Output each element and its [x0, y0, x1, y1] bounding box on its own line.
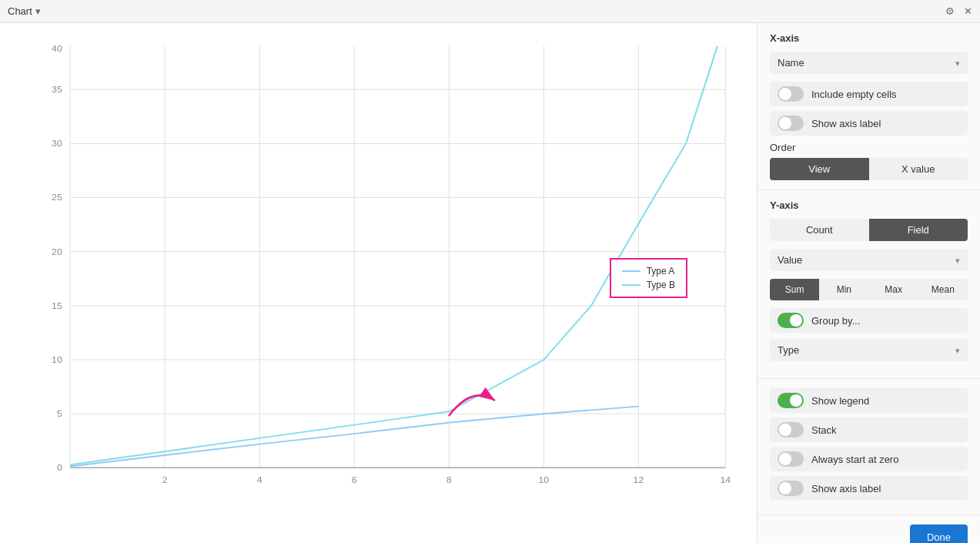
- y-show-axis-label-row: Show axis label: [770, 476, 968, 501]
- main-content: 0 5 10 15 20 25 30 35 40 2 4 6 8 10 12 1…: [0, 23, 980, 543]
- svg-text:12: 12: [634, 474, 644, 485]
- chart-area: 0 5 10 15 20 25 30 35 40 2 4 6 8 10 12 1…: [0, 23, 757, 543]
- x-axis-title: X-axis: [770, 32, 968, 44]
- legend-label-type-b: Type B: [647, 280, 675, 290]
- right-panel: X-axis Name ▾ Include empty cells Show a…: [757, 23, 980, 543]
- group-by-row: Group by...: [770, 308, 968, 333]
- group-by-dropdown-row: Type ▾: [770, 339, 968, 361]
- chart-title: Chart: [8, 5, 32, 17]
- agg-max-button[interactable]: Max: [869, 279, 918, 300]
- tab-field[interactable]: Field: [869, 219, 968, 241]
- y-show-axis-label-toggle[interactable]: [778, 481, 804, 496]
- order-xvalue-button[interactable]: X value: [869, 158, 968, 180]
- chart-legend-box: Type A Type B: [610, 258, 687, 298]
- svg-text:20: 20: [52, 246, 62, 257]
- x-show-axis-label-label: Show axis label: [811, 118, 881, 129]
- svg-text:30: 30: [52, 139, 62, 149]
- agg-min-button[interactable]: Min: [819, 279, 868, 300]
- stack-toggle[interactable]: [778, 422, 804, 437]
- svg-text:10: 10: [539, 474, 550, 485]
- y-axis-title: Y-axis: [770, 199, 968, 211]
- x-axis-dropdown[interactable]: Name: [770, 52, 968, 74]
- order-buttons: View X value: [770, 158, 968, 180]
- y-axis-dropdown-row: Value ▾: [770, 249, 968, 271]
- svg-text:15: 15: [52, 300, 62, 311]
- legend-item-type-b: Type B: [622, 280, 675, 290]
- svg-text:6: 6: [352, 474, 357, 485]
- display-options-section: Show legend Stack Always start at zero S…: [758, 379, 980, 515]
- show-legend-row: Show legend: [770, 388, 968, 413]
- include-empty-cells-row: Include empty cells: [770, 82, 968, 106]
- legend-line-type-a: [622, 270, 641, 272]
- svg-text:25: 25: [52, 193, 62, 203]
- legend-item-type-a: Type A: [622, 266, 675, 277]
- show-legend-label: Show legend: [811, 395, 869, 407]
- svg-text:5: 5: [57, 408, 62, 419]
- type-b-line: [70, 46, 717, 465]
- svg-text:40: 40: [52, 44, 62, 55]
- svg-text:35: 35: [52, 85, 62, 96]
- x-show-axis-label-toggle[interactable]: [778, 116, 804, 131]
- always-start-at-zero-label: Always start at zero: [811, 454, 898, 465]
- order-label: Order: [770, 142, 968, 153]
- order-view-button[interactable]: View: [770, 158, 869, 180]
- legend-label-type-a: Type A: [647, 266, 675, 277]
- stack-row: Stack: [770, 417, 968, 442]
- done-area: Done: [758, 515, 980, 543]
- agg-mean-button[interactable]: Mean: [918, 279, 968, 300]
- svg-text:8: 8: [447, 474, 452, 485]
- settings-icon[interactable]: ⚙: [945, 5, 955, 17]
- agg-buttons: Sum Min Max Mean: [770, 279, 968, 300]
- y-axis-tabs: Count Field: [770, 219, 968, 241]
- svg-text:4: 4: [257, 474, 263, 485]
- y-axis-section: Y-axis Count Field Value ▾ Sum Min Max M…: [758, 190, 980, 379]
- x-axis-section: X-axis Name ▾ Include empty cells Show a…: [758, 23, 980, 190]
- done-button[interactable]: Done: [910, 525, 968, 543]
- include-empty-cells-toggle[interactable]: [778, 86, 804, 102]
- x-show-axis-label-row: Show axis label: [770, 111, 968, 136]
- header-title-area: Chart ▾: [8, 5, 41, 17]
- tab-count[interactable]: Count: [770, 219, 869, 241]
- stack-label: Stack: [811, 424, 837, 436]
- always-start-at-zero-toggle[interactable]: [778, 451, 804, 467]
- group-by-label: Group by...: [811, 315, 860, 327]
- chart-title-dropdown-icon[interactable]: ▾: [35, 5, 41, 17]
- header-bar: Chart ▾ ⚙ ✕: [0, 0, 980, 23]
- include-empty-cells-label: Include empty cells: [811, 89, 897, 100]
- svg-text:10: 10: [52, 354, 62, 365]
- y-show-axis-label-label: Show axis label: [811, 483, 881, 494]
- y-axis-dropdown[interactable]: Value: [770, 249, 968, 271]
- agg-sum-button[interactable]: Sum: [770, 279, 819, 300]
- close-icon[interactable]: ✕: [964, 5, 972, 17]
- group-by-dropdown[interactable]: Type: [770, 339, 968, 361]
- svg-text:2: 2: [162, 474, 168, 485]
- header-icons: ⚙ ✕: [945, 5, 972, 17]
- group-by-toggle[interactable]: [778, 313, 804, 328]
- legend-line-type-b: [622, 284, 641, 286]
- order-section: Order View X value: [770, 142, 968, 180]
- svg-text:14: 14: [720, 474, 731, 485]
- show-legend-toggle[interactable]: [778, 393, 804, 408]
- x-axis-dropdown-row: Name ▾: [770, 52, 968, 74]
- svg-text:0: 0: [57, 463, 62, 474]
- always-start-at-zero-row: Always start at zero: [770, 447, 968, 471]
